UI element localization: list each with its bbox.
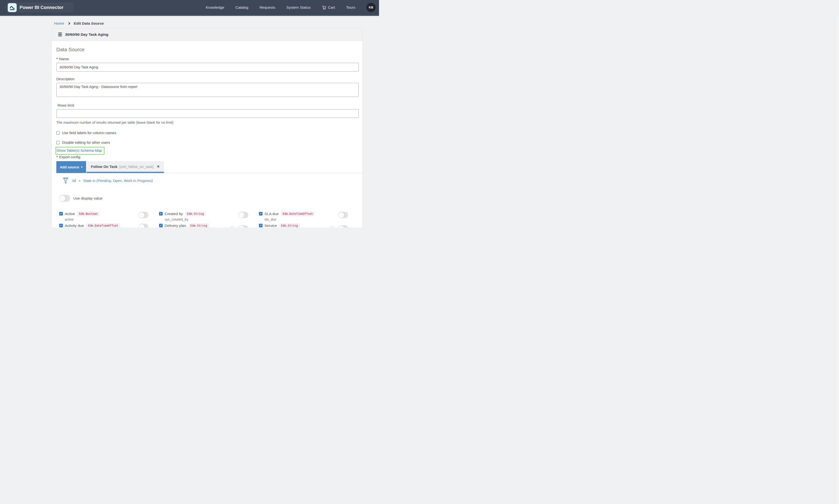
app-title: Power BI Connector — [20, 5, 64, 10]
use-display-value-toggle[interactable] — [59, 195, 70, 202]
use-field-labels-checkbox-row[interactable]: Use field labels for column names — [56, 131, 359, 135]
top-navbar: ‹ Power BI Connector Knowledge Catalog R… — [0, 0, 379, 16]
nav-cart[interactable]: Cart — [322, 5, 335, 10]
source-tabbar: Add source ▾ Follow On Task [cert_follow… — [56, 161, 362, 173]
add-dot-walk-button[interactable]: + — [230, 226, 234, 228]
nav-catalog[interactable]: Catalog — [235, 5, 248, 10]
nav-requests[interactable]: Requests — [260, 5, 275, 10]
brand[interactable]: Power BI Connector — [7, 2, 73, 13]
tab-follow-on-task[interactable]: Follow On Task [cert_follow_on_task] ✕ — [87, 161, 164, 173]
field-checkbox-delivery-plan[interactable]: ✓ — [159, 224, 163, 227]
export-config-label: * Export config — [56, 155, 359, 159]
rows-limit-label: Rows limit — [57, 103, 359, 107]
filter-row: All > State in (Pending, Open, Work in P… — [63, 177, 359, 184]
field-cell-delivery-plan: ✓ Delivery plan Edm.String delivery_plan… — [159, 223, 259, 228]
field-cell-active: ✓ Active Edm.Boolean active — [59, 211, 159, 222]
field-checkbox-service[interactable]: ✓ — [259, 224, 263, 227]
nav-system-status[interactable]: System Status — [286, 5, 310, 10]
breadcrumb-chevron-icon — [68, 22, 70, 25]
field-toggle-delivery-plan[interactable] — [238, 226, 248, 228]
field-cell-service: ✓ Service Edm.String business_service + — [259, 223, 359, 228]
required-asterisk: * — [56, 57, 58, 61]
name-label: * Name — [56, 57, 359, 61]
use-field-labels-checkbox[interactable] — [56, 131, 60, 134]
schema-map-highlight-box: Show Table(s) Schema Map — [56, 147, 104, 155]
power-bi-connector-logo-icon — [8, 3, 17, 12]
type-badge: Edm.Boolean — [77, 211, 99, 216]
rows-limit-help: The maximum number of results returned p… — [56, 121, 359, 124]
field-cell-created-by: ✓ Created by Edm.String sys_created_by — [159, 211, 259, 222]
filter-funnel-icon — [63, 177, 68, 184]
breadcrumb-current: Edit Data Source — [74, 21, 104, 25]
field-checkbox-activity-due[interactable]: ✓ — [59, 224, 63, 227]
filter-separator: > — [78, 179, 81, 183]
field-toggle-sla-due[interactable] — [338, 212, 348, 218]
disable-editing-checkbox[interactable] — [56, 141, 60, 144]
breadcrumb: Home Edit Data Source — [0, 16, 379, 25]
breadcrumb-home-link[interactable]: Home — [54, 21, 64, 25]
rows-limit-input[interactable] — [56, 109, 359, 118]
user-avatar[interactable]: KB — [367, 3, 376, 12]
nav-knowledge[interactable]: Knowledge — [206, 5, 224, 10]
type-badge: Edm.String — [189, 223, 209, 228]
context-menu-icon[interactable] — [58, 33, 62, 36]
filter-all-link[interactable]: All — [72, 179, 76, 183]
field-cell-sla-due: ✓ SLA due Edm.DateTimeOffset sla_due — [259, 211, 359, 222]
type-badge: Edm.DateTimeOffset — [86, 223, 120, 228]
card-header: 30/60/90 Day Task Aging — [52, 28, 362, 41]
data-source-card: 30/60/90 Day Task Aging Data Source * Na… — [52, 28, 362, 228]
export-fields-grid: ✓ Active Edm.Boolean active ✓ Created by — [59, 211, 359, 228]
type-badge: Edm.DateTimeOffset — [281, 211, 315, 216]
add-dot-walk-button[interactable]: + — [330, 226, 334, 228]
nav-tours[interactable]: Tours — [346, 5, 355, 10]
field-checkbox-sla-due[interactable]: ✓ — [259, 212, 263, 216]
field-checkbox-active[interactable]: ✓ — [59, 212, 63, 216]
field-toggle-active[interactable] — [139, 212, 148, 218]
section-title: Data Source — [56, 47, 359, 52]
use-display-value-row: Use display value — [59, 195, 359, 202]
type-badge: Edm.String — [279, 223, 300, 228]
show-schema-map-link[interactable]: Show Table(s) Schema Map — [57, 148, 102, 152]
field-toggle-service[interactable] — [338, 226, 348, 228]
name-input[interactable] — [56, 63, 359, 72]
field-toggle-activity-due[interactable] — [139, 224, 148, 228]
cart-icon — [322, 5, 326, 10]
field-cell-activity-due: ✓ Activity due Edm.DateTimeOffset activi… — [59, 223, 159, 228]
caret-down-icon: ▾ — [81, 165, 83, 169]
disable-editing-checkbox-row[interactable]: Disable editing for other users — [56, 140, 359, 144]
record-title: 30/60/90 Day Task Aging — [65, 32, 108, 37]
description-label: Description — [56, 77, 359, 81]
field-checkbox-created-by[interactable]: ✓ — [159, 212, 163, 216]
add-source-button[interactable]: Add source ▾ — [56, 161, 86, 173]
tab-close-icon[interactable]: ✕ — [157, 164, 160, 168]
type-badge: Edm.String — [185, 211, 206, 216]
field-toggle-created-by[interactable] — [238, 212, 248, 218]
filter-condition-link[interactable]: State in (Pending, Open, Work in Progres… — [83, 179, 153, 183]
description-input[interactable]: 30/60/90 Day Task Aging - Datasource fro… — [56, 83, 359, 97]
